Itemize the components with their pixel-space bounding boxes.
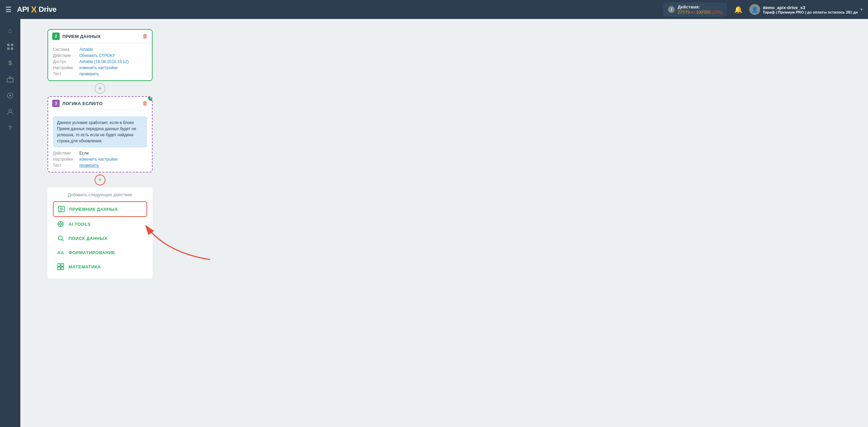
block-3-number: 3 — [52, 100, 60, 107]
logo-api: API — [17, 5, 29, 14]
svg-rect-20 — [58, 264, 60, 266]
sidebar: ⌂ $ ? — [0, 19, 20, 427]
action-item-search[interactable]: ПОИСК ДАННЫХ — [53, 231, 147, 245]
action-item-math[interactable]: МАТЕМАТИКА — [53, 260, 147, 274]
block-2-sistema-value[interactable]: Airtable — [79, 47, 93, 52]
sidebar-item-play[interactable] — [3, 88, 18, 103]
block-2-row-test: Тест проверить — [53, 71, 147, 77]
notification-bell[interactable]: 🔔 — [731, 4, 745, 15]
receiver-icon — [57, 205, 66, 214]
sidebar-item-grid[interactable] — [3, 39, 18, 54]
action-item-receiver[interactable]: ПРИЕМНИК ДАННЫХ — [53, 201, 147, 217]
block-2-row-settings: Настройки изменить настройки — [53, 65, 147, 71]
svg-rect-4 — [7, 78, 13, 82]
format-icon: Aa — [56, 248, 65, 257]
action-item-ai[interactable]: AI TOOLS — [53, 217, 147, 231]
sidebar-item-briefcase[interactable] — [3, 72, 18, 87]
block-3-action-value: Если — [79, 151, 89, 156]
actions-label: Действия: 22'079 из 100'000 (22%) — [677, 4, 722, 15]
block-3-settings-value[interactable]: изменить настройки — [79, 157, 117, 162]
logo-x: X — [31, 4, 37, 15]
block-3-body: Данное условие сработает, если в блоке П… — [48, 110, 152, 172]
actions-badge: i Действия: 22'079 из 100'000 (22%) — [663, 2, 727, 17]
user-avatar: 👤 — [749, 4, 760, 15]
connector-bottom-wrapper: + — [47, 175, 153, 185]
sidebar-item-help[interactable]: ? — [3, 121, 18, 136]
block-3-title: ЛОГИКА ЕСЛИ/ТО — [62, 101, 142, 106]
block-2-row-action: Действие Обновить СТРОКУ — [53, 53, 147, 59]
svg-rect-3 — [11, 47, 13, 50]
block-3-card: ✓ 3 ЛОГИКА ЕСЛИ/ТО 🗑 Данное условие сраб… — [47, 96, 153, 172]
block-2-delete[interactable]: 🗑 — [142, 33, 148, 39]
flow-canvas: 2 ПРИЕМ ДАННЫХ 🗑 Система Airtable Действ… — [31, 29, 858, 334]
block-2-action-value[interactable]: Обновить СТРОКУ — [79, 53, 115, 58]
add-action-title: Добавить следующее действие — [53, 192, 147, 197]
menu-icon[interactable]: ☰ — [5, 5, 12, 14]
connector-bottom-btn[interactable]: + — [95, 175, 105, 185]
add-action-area: Добавить следующее действие ПРИЕМНИК ДАН… — [47, 187, 153, 279]
sidebar-item-home[interactable]: ⌂ — [3, 23, 18, 38]
ai-icon — [56, 220, 65, 228]
svg-line-19 — [62, 240, 64, 241]
block-3-row-action: Действие Если — [53, 150, 147, 156]
block-2-settings-value[interactable]: изменить настройки — [79, 65, 117, 70]
svg-rect-21 — [61, 264, 64, 266]
user-menu[interactable]: 👤 demo_apix-drive_s3 Тариф | Премиум PRO… — [749, 4, 863, 15]
svg-point-7 — [9, 109, 12, 112]
block-2-access-value[interactable]: Airtable (16.08.2024 15:12) — [79, 59, 129, 64]
receiver-label: ПРИЕМНИК ДАННЫХ — [69, 207, 118, 212]
svg-rect-0 — [7, 44, 9, 46]
block-3-test-value[interactable]: проверить — [79, 163, 99, 168]
math-icon — [56, 262, 65, 271]
connector-top: + — [47, 83, 153, 94]
block-3-delete[interactable]: 🗑 — [142, 100, 148, 106]
block-3-header: 3 ЛОГИКА ЕСЛИ/ТО 🗑 — [48, 97, 152, 110]
main-content: 2 ПРИЕМ ДАННЫХ 🗑 Система Airtable Действ… — [20, 19, 868, 427]
ai-label: AI TOOLS — [68, 222, 91, 227]
block-3-row-test: Тест проверить — [53, 162, 147, 168]
body-layout: ⌂ $ ? 2 ПРИЕМ ДАННЫХ 🗑 — [0, 19, 868, 427]
svg-marker-6 — [9, 95, 12, 97]
logo-drive: Drive — [39, 5, 57, 14]
block-2-row-access: Доступ Airtable (16.08.2024 15:12) — [53, 59, 147, 65]
connector-top-btn[interactable]: + — [95, 83, 105, 94]
block-2-test-value[interactable]: проверить — [79, 72, 99, 76]
logo: APIXDrive — [17, 4, 57, 15]
svg-point-18 — [58, 236, 62, 240]
sidebar-item-billing[interactable]: $ — [3, 56, 18, 70]
format-label: ФОРМАТИРОВАНИЕ — [68, 250, 115, 255]
svg-rect-23 — [61, 267, 64, 270]
block-3: ✓ 3 ЛОГИКА ЕСЛИ/ТО 🗑 Данное условие сраб… — [47, 96, 153, 279]
sidebar-item-user[interactable] — [3, 104, 18, 119]
svg-rect-22 — [58, 267, 60, 270]
block-2-number: 2 — [52, 33, 60, 40]
svg-point-13 — [60, 223, 62, 225]
action-item-format[interactable]: Aa ФОРМАТИРОВАНИЕ — [53, 245, 147, 260]
search-icon — [56, 234, 65, 243]
block-2-card: 2 ПРИЕМ ДАННЫХ 🗑 Система Airtable Действ… — [47, 29, 153, 81]
block-2-title: ПРИЕМ ДАННЫХ — [62, 34, 142, 39]
svg-rect-1 — [11, 44, 13, 46]
search-label: ПОИСК ДАННЫХ — [68, 236, 107, 241]
block-3-row-settings: Настройки изменить настройки — [53, 156, 147, 162]
chevron-down-icon: ▾ — [861, 7, 863, 12]
block-2-header: 2 ПРИЕМ ДАННЫХ 🗑 — [48, 30, 152, 43]
block-2-row-sistema: Система Airtable — [53, 46, 147, 53]
math-label: МАТЕМАТИКА — [68, 264, 101, 269]
header: ☰ APIXDrive i Действия: 22'079 из 100'00… — [0, 0, 868, 19]
user-info: demo_apix-drive_s3 Тариф | Премиум PRO |… — [763, 5, 858, 14]
count-used: 22'079 из 100'000 (22%) — [677, 10, 722, 15]
info-icon: i — [668, 6, 675, 13]
svg-rect-2 — [7, 47, 9, 50]
block-2-body: Система Airtable Действие Обновить СТРОК… — [48, 43, 152, 80]
block-2: 2 ПРИЕМ ДАННЫХ 🗑 Система Airtable Действ… — [47, 29, 153, 96]
block-3-info: Данное условие сработает, если в блоке П… — [53, 116, 147, 147]
